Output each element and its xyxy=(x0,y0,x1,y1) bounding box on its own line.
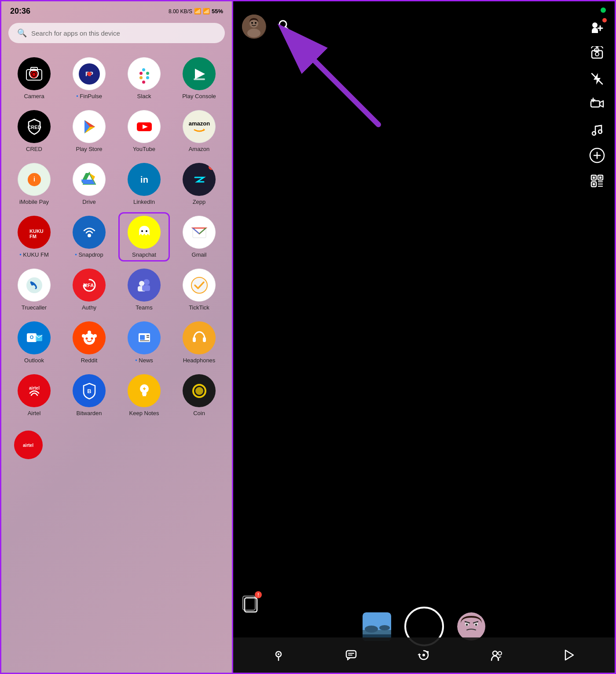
app-item-news[interactable]: News xyxy=(118,318,170,367)
app-item-cred[interactable]: CRED CRED xyxy=(8,107,60,156)
svg-point-164 xyxy=(498,652,502,655)
app-item-linkedin[interactable]: in LinkedIn xyxy=(118,159,170,209)
snap-nav-friends[interactable] xyxy=(486,644,508,666)
app-label-ticktick: TickTick xyxy=(189,304,209,311)
app-label-slack: Slack xyxy=(137,93,151,99)
reddit-app-icon xyxy=(78,327,100,349)
flash-off-button[interactable] xyxy=(588,70,606,88)
finpulse-app-icon: FP xyxy=(78,63,100,85)
friend-avatar-thumbnail[interactable] xyxy=(457,612,486,641)
app-item-kukufm[interactable]: KUKU FM KUKU FM xyxy=(8,212,60,261)
headphones-app-icon xyxy=(188,327,210,349)
app-item-youtube[interactable]: YouTube xyxy=(118,107,170,156)
music-button[interactable] xyxy=(588,121,606,139)
app-label-snapchat: Snapchat xyxy=(132,251,156,258)
scan-button[interactable] xyxy=(588,172,606,190)
app-label-bitwarden: Bitwarden xyxy=(77,410,102,416)
app-item-bottom-partial[interactable]: airtel xyxy=(12,427,45,463)
svg-rect-8 xyxy=(136,65,153,83)
app-item-coin[interactable]: Coin xyxy=(173,371,225,420)
app-item-imobilepay[interactable]: i iMobile Pay xyxy=(8,159,60,209)
app-label-truecaller: Truecaller xyxy=(22,304,47,311)
app-label-keepnotes: Keep Notes xyxy=(129,410,159,416)
app-item-ticktick[interactable]: TickTick xyxy=(173,265,225,314)
memory-thumbnail-landscape[interactable] xyxy=(363,612,391,641)
video-add-button[interactable] xyxy=(588,96,606,113)
add-friend-button[interactable] xyxy=(588,19,606,37)
camera-app-icon xyxy=(24,64,44,84)
app-item-gmail[interactable]: Gmail xyxy=(173,212,225,261)
snap-nav-camera[interactable] xyxy=(413,644,435,666)
search-bar[interactable]: 🔍 Search for apps on this device xyxy=(8,23,225,43)
svg-rect-11 xyxy=(139,76,143,79)
app-label-news: News xyxy=(135,357,153,364)
app-item-finpulse[interactable]: FP FinPulse xyxy=(63,54,115,103)
scan-icon xyxy=(590,173,605,188)
add-effect-button[interactable] xyxy=(588,147,606,164)
svg-point-119 xyxy=(595,52,599,56)
app-item-drive[interactable]: Drive xyxy=(63,159,115,209)
svg-point-129 xyxy=(598,130,602,133)
svg-point-87 xyxy=(189,328,210,349)
svg-point-75 xyxy=(85,337,88,339)
svg-rect-96 xyxy=(142,393,147,395)
svg-text:airtel: airtel xyxy=(29,386,40,390)
svg-point-147 xyxy=(379,625,390,630)
app-item-teams[interactable]: Teams xyxy=(118,265,170,314)
app-grid: Camera FP FinPulse xyxy=(1,50,232,424)
status-time: 20:36 xyxy=(10,7,30,16)
app-label-camera: Camera xyxy=(24,93,44,99)
camera-spin-nav-icon xyxy=(418,649,430,661)
friend-request-badge xyxy=(602,18,607,22)
app-item-zepp[interactable]: Zepp xyxy=(173,159,225,209)
snap-bottom-nav xyxy=(233,637,615,673)
user-avatar[interactable] xyxy=(242,15,266,39)
teams-app-icon xyxy=(133,274,155,296)
svg-point-152 xyxy=(466,623,468,626)
svg-text:in: in xyxy=(140,175,148,184)
app-item-slack[interactable]: Slack xyxy=(118,54,170,103)
memories-badge: ! xyxy=(255,591,262,598)
app-item-snapdrop[interactable]: Snapdrop xyxy=(63,212,115,261)
app-item-bitwarden[interactable]: B Bitwarden xyxy=(63,371,115,420)
app-item-airtel[interactable]: airtel Airtel xyxy=(8,371,60,420)
app-item-snapchat[interactable]: Snapchat xyxy=(118,212,170,261)
svg-text:2FA: 2FA xyxy=(84,283,93,288)
snap-nav-stories[interactable] xyxy=(558,644,580,666)
app-item-keepnotes[interactable]: Keep Notes xyxy=(118,371,170,420)
flip-camera-button[interactable] xyxy=(588,44,606,62)
authy-app-icon: 2FA xyxy=(78,274,100,296)
drive-app-icon xyxy=(78,169,100,191)
battery-icon: 55% xyxy=(212,8,223,15)
app-label-playstore: Play Store xyxy=(76,146,103,152)
app-item-camera[interactable]: Camera xyxy=(8,54,60,103)
svg-rect-123 xyxy=(591,101,600,107)
svg-point-46 xyxy=(88,234,91,237)
svg-rect-97 xyxy=(143,395,146,396)
svg-point-76 xyxy=(91,337,93,339)
app-label-gmail: Gmail xyxy=(192,251,207,258)
svg-rect-88 xyxy=(193,337,196,342)
purple-arrow xyxy=(268,23,400,133)
app-label-imobilepay: iMobile Pay xyxy=(19,199,49,205)
svg-point-80 xyxy=(82,334,85,338)
app-item-reddit[interactable]: Reddit xyxy=(63,318,115,367)
app-item-playconsole[interactable]: Play Console xyxy=(173,54,225,103)
truecaller-app-icon xyxy=(23,274,45,296)
online-status-dot xyxy=(601,7,606,13)
snap-nav-chat[interactable] xyxy=(340,644,362,666)
svg-rect-158 xyxy=(346,651,356,658)
snap-nav-map[interactable] xyxy=(268,644,290,666)
app-item-truecaller[interactable]: Truecaller xyxy=(8,265,60,314)
svg-point-79 xyxy=(93,334,97,338)
app-item-playstore[interactable]: Play Store xyxy=(63,107,115,156)
search-icon: 🔍 xyxy=(17,28,27,38)
app-item-headphones[interactable]: Headphones xyxy=(173,318,225,367)
app-item-amazon[interactable]: amazon Amazon xyxy=(173,107,225,156)
zepp-app-icon xyxy=(188,169,210,191)
app-item-authy[interactable]: 2FA Authy xyxy=(63,265,115,314)
svg-point-48 xyxy=(141,230,143,232)
svg-text:amazon: amazon xyxy=(188,120,209,127)
app-item-outlook[interactable]: O Outlook xyxy=(8,318,60,367)
app-label-authy: Authy xyxy=(82,304,96,311)
